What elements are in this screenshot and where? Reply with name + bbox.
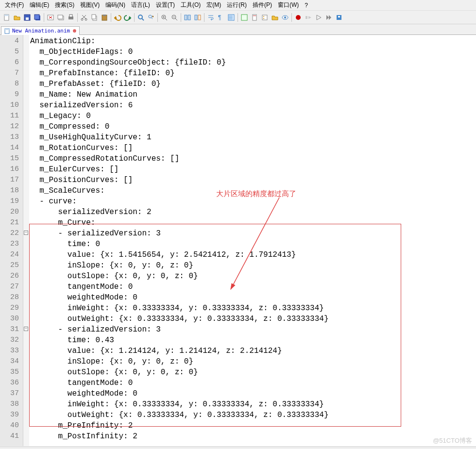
- close-all-icon[interactable]: [56, 13, 66, 22]
- all-chars-icon[interactable]: ¶: [216, 13, 226, 22]
- annotation-label: 大片区域的精度都过高了: [216, 188, 296, 199]
- code-line[interactable]: inSlope: {x: 0, y: 0, z: 0}: [30, 260, 476, 271]
- folder-icon[interactable]: [270, 13, 280, 22]
- sync-scroll-icon[interactable]: [193, 13, 203, 22]
- menu-settings[interactable]: 设置(T): [153, 0, 178, 10]
- code-line[interactable]: tangentMode: 0: [30, 282, 476, 292]
- word-wrap-icon[interactable]: [206, 13, 216, 22]
- zoom-out-icon[interactable]: [170, 13, 179, 22]
- print-icon[interactable]: [66, 13, 76, 22]
- code-line[interactable]: m_CorrespondingSourceObject: {fileID: 0}: [30, 57, 476, 68]
- user-lang-icon[interactable]: [239, 13, 249, 22]
- record-icon[interactable]: [293, 13, 303, 22]
- code-line[interactable]: m_RotationCurves: []: [30, 143, 476, 153]
- menu-macro[interactable]: 宏(M): [204, 0, 224, 10]
- save-icon[interactable]: [22, 13, 32, 22]
- menu-run[interactable]: 运行(R): [224, 0, 250, 10]
- code-line[interactable]: - serializedVersion: 3: [30, 324, 476, 335]
- code-area[interactable]: AnimationClip: m_ObjectHideFlags: 0 m_Co…: [23, 35, 476, 446]
- new-file-icon[interactable]: [2, 13, 12, 22]
- undo-icon[interactable]: [113, 13, 122, 22]
- code-line[interactable]: serializedVersion: 6: [30, 100, 476, 111]
- menu-tools[interactable]: 工具(O): [178, 0, 204, 10]
- find-icon[interactable]: [136, 13, 146, 22]
- code-line[interactable]: inWeight: {x: 0.33333334, y: 0.33333334,…: [30, 303, 476, 314]
- code-line[interactable]: outSlope: {x: 0, y: 0, z: 0}: [30, 271, 476, 282]
- save-macro-icon[interactable]: [334, 13, 344, 22]
- line-number: 31: [0, 324, 19, 335]
- line-number: 18: [0, 185, 19, 196]
- menu-plugins[interactable]: 插件(P): [250, 0, 275, 10]
- copy-icon[interactable]: [89, 13, 99, 22]
- code-line[interactable]: weightedMode: 0: [30, 388, 476, 399]
- code-line[interactable]: m_EulerCurves: []: [30, 164, 476, 175]
- code-line[interactable]: time: 0: [30, 239, 476, 249]
- code-editor[interactable]: 4567891011121314151617181920212223242526…: [0, 35, 476, 446]
- code-line[interactable]: m_PrefabAsset: {fileID: 0}: [30, 79, 476, 89]
- replace-icon[interactable]: [146, 13, 156, 22]
- code-line[interactable]: m_Name: New Animation: [30, 89, 476, 100]
- code-line[interactable]: inWeight: {x: 0.33333334, y: 0.33333334,…: [30, 399, 476, 410]
- code-line[interactable]: m_PrefabInstance: {fileID: 0}: [30, 68, 476, 79]
- monitor-icon[interactable]: [280, 13, 290, 22]
- playback-icon[interactable]: [314, 13, 323, 22]
- line-number: 26: [0, 271, 19, 282]
- menu-encoding[interactable]: 编码(N): [102, 0, 128, 10]
- redo-icon[interactable]: [123, 13, 133, 22]
- zoom-in-icon[interactable]: [159, 13, 169, 22]
- file-tab[interactable]: New Animation.anim ⊗: [1, 26, 80, 35]
- code-line[interactable]: m_Legacy: 0: [30, 111, 476, 121]
- code-line[interactable]: outSlope: {x: 0, y: 0, z: 0}: [30, 367, 476, 378]
- line-number: 41: [0, 431, 19, 442]
- code-line[interactable]: m_ObjectHideFlags: 0: [30, 47, 476, 57]
- code-line[interactable]: AnimationClip:: [30, 36, 476, 47]
- svg-rect-3: [26, 17, 29, 20]
- code-line[interactable]: outWeight: {x: 0.33333334, y: 0.33333334…: [30, 410, 476, 420]
- close-icon[interactable]: [46, 13, 55, 22]
- code-line[interactable]: m_CompressedRotationCurves: []: [30, 153, 476, 164]
- code-line[interactable]: m_Compressed: 0: [30, 121, 476, 132]
- code-line[interactable]: - serializedVersion: 3: [30, 228, 476, 239]
- code-line[interactable]: m_PositionCurves: []: [30, 175, 476, 185]
- code-line[interactable]: value: {x: 1.5415654, y: 2.5421412, z: 1…: [30, 249, 476, 260]
- svg-rect-28: [253, 15, 256, 20]
- code-line[interactable]: weightedMode: 0: [30, 292, 476, 303]
- code-line[interactable]: m_PostInfinity: 2: [30, 431, 476, 442]
- code-line[interactable]: m_PreInfinity: 2: [30, 420, 476, 431]
- run-multi-icon[interactable]: [324, 13, 334, 22]
- code-line[interactable]: inSlope: {x: 0, y: 0, z: 0}: [30, 356, 476, 367]
- code-line[interactable]: m_Curve:: [30, 217, 476, 228]
- doc-map-icon[interactable]: [250, 13, 259, 22]
- code-line[interactable]: time: 0.43: [30, 335, 476, 346]
- line-number: 15: [0, 153, 19, 164]
- save-all-icon[interactable]: [33, 13, 42, 22]
- code-line[interactable]: value: {x: 1.214124, y: 1.214124, z: 2.2…: [30, 346, 476, 356]
- open-file-icon[interactable]: [12, 13, 22, 22]
- menu-edit[interactable]: 编辑(E): [27, 0, 52, 10]
- code-line[interactable]: outWeight: {x: 0.33333334, y: 0.33333334…: [30, 314, 476, 324]
- cut-icon[interactable]: [79, 13, 89, 22]
- stop-record-icon[interactable]: [304, 13, 313, 22]
- paste-icon[interactable]: [100, 13, 109, 22]
- code-line[interactable]: serializedVersion: 2: [30, 207, 476, 217]
- line-number: 10: [0, 100, 19, 111]
- menu-search[interactable]: 搜索(S): [52, 0, 77, 10]
- line-number: 21: [0, 217, 19, 228]
- line-number: 20: [0, 207, 19, 217]
- svg-rect-14: [92, 15, 96, 19]
- code-line[interactable]: m_UseHighQualityCurve: 1: [30, 132, 476, 143]
- menu-file[interactable]: 文件(F): [2, 0, 27, 10]
- indent-guide-icon[interactable]: [226, 13, 236, 22]
- menu-bar: 文件(F) 编辑(E) 搜索(S) 视图(V) 编码(N) 语言(L) 设置(T…: [0, 0, 476, 11]
- menu-view[interactable]: 视图(V): [77, 0, 102, 10]
- func-list-icon[interactable]: [260, 13, 270, 22]
- toolbar-separator: [157, 13, 158, 22]
- svg-rect-21: [185, 15, 187, 20]
- menu-language[interactable]: 语言(L): [128, 0, 153, 10]
- sync-view-icon[interactable]: [183, 13, 192, 22]
- code-line[interactable]: tangentMode: 0: [30, 378, 476, 388]
- menu-window[interactable]: 窗口(W): [275, 0, 302, 10]
- svg-text:¶: ¶: [218, 14, 221, 21]
- tab-close-icon[interactable]: ⊗: [73, 28, 76, 34]
- menu-help[interactable]: ?: [302, 1, 311, 10]
